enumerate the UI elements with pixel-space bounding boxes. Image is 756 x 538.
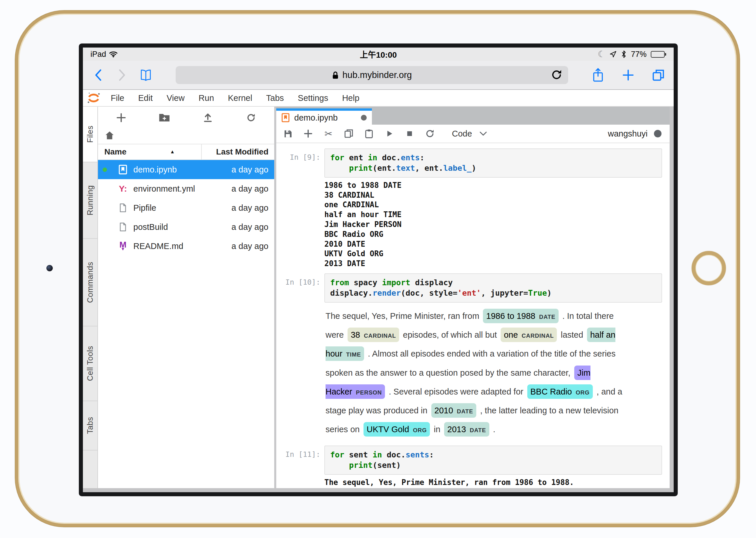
code-cell-3: In [11]:for sent in doc.sents: print(sen… — [276, 446, 662, 475]
menu-settings[interactable]: Settings — [291, 93, 335, 103]
upload-button[interactable] — [202, 112, 214, 124]
jupyterlab-app: FileEditViewRunKernelTabsSettingsHelp Fi… — [83, 90, 674, 492]
file-name: Pipfile — [133, 203, 207, 213]
new-launcher-button[interactable] — [115, 112, 127, 124]
code-token: ) — [472, 164, 476, 173]
code-token: in — [368, 153, 377, 162]
code-token: in — [372, 450, 382, 459]
file-list: demo.ipynba day agoY:environment.ymla da… — [98, 160, 274, 488]
file-name: demo.ipynb — [133, 165, 207, 175]
file-row-postbuild[interactable]: postBuilda day ago — [98, 217, 274, 237]
tab-title: demo.ipynb — [294, 113, 338, 123]
execution-prompt: In [9]: — [276, 148, 324, 178]
code-token: for — [330, 450, 345, 459]
paste-cells-button[interactable] — [363, 128, 375, 139]
sort-ascending-icon: ▲ — [170, 149, 175, 155]
entity-label: DATE — [539, 314, 555, 320]
tabs-overview-icon[interactable] — [652, 68, 665, 82]
refresh-file-list-button[interactable] — [245, 112, 257, 124]
file-modified: a day ago — [207, 203, 274, 213]
entity-label: PERSON — [356, 389, 382, 396]
forward-button[interactable] — [115, 68, 129, 82]
cell-type-dropdown[interactable]: Code — [452, 129, 487, 138]
stop-kernel-button[interactable] — [404, 128, 415, 139]
menu-edit[interactable]: Edit — [131, 93, 160, 103]
entity-label: CARDINAL — [522, 333, 554, 339]
jupyter-logo — [87, 91, 100, 105]
code-token: print — [349, 164, 372, 173]
code-token: ) — [547, 289, 552, 297]
entity-mark: 2013DATE — [444, 422, 489, 437]
menu-help[interactable]: Help — [335, 93, 366, 103]
address-bar[interactable]: hub.mybinder.org — [176, 66, 568, 84]
new-folder-button[interactable] — [159, 112, 170, 124]
sidebar-tab-running[interactable]: Running — [83, 162, 97, 239]
save-button[interactable] — [282, 128, 294, 139]
new-tab-plus-icon[interactable] — [621, 68, 635, 82]
lock-icon — [332, 71, 339, 80]
code-token: (ent. — [372, 164, 396, 173]
code-editor[interactable]: for ent in doc.ents: print(ent.text, ent… — [324, 148, 662, 178]
menu-kernel[interactable]: Kernel — [221, 93, 259, 103]
sidebar-tab-label: Running — [86, 185, 95, 215]
file-row-environment-yml[interactable]: Y:environment.ymla day ago — [98, 179, 274, 198]
unsaved-changes-dot — [361, 115, 367, 121]
window-bottom-edge — [83, 488, 674, 492]
code-editor[interactable]: for sent in doc.sents: print(sent) — [324, 446, 662, 475]
code-editor[interactable]: from spacy import displacy displacy.rend… — [324, 273, 662, 303]
jupyterlab-menubar: FileEditViewRunKernelTabsSettingsHelp — [83, 90, 674, 107]
entity-mark: 38CARDINAL — [348, 328, 399, 342]
code-token: import — [382, 278, 410, 287]
entity-mark: 2010DATE — [431, 403, 476, 418]
screenshot-stage: iPad 上午10:00 ☾ 77% — [0, 0, 756, 538]
sidebar-tab-cell-tools[interactable]: Cell Tools — [83, 326, 97, 401]
notebook-main-area: demo.ipynb ✂ — [276, 107, 674, 488]
menu-view[interactable]: View — [160, 93, 191, 103]
code-token: label_ — [443, 164, 472, 173]
notebook-file-icon — [117, 165, 129, 175]
restart-kernel-button[interactable] — [424, 128, 436, 139]
file-row-readme-md[interactable]: M▼README.mda day ago — [98, 237, 274, 256]
markdown-file-icon: M▼ — [117, 242, 129, 250]
entity-label: DATE — [470, 427, 486, 433]
tab-demo-ipynb[interactable]: demo.ipynb — [276, 108, 372, 125]
file-row-pipfile[interactable]: Pipfilea day ago — [98, 198, 274, 217]
ipad-screen: iPad 上午10:00 ☾ 77% — [79, 43, 678, 496]
sidebar-tab-tabs[interactable]: Tabs — [83, 401, 97, 451]
column-header-name[interactable]: Name ▲ — [98, 147, 201, 156]
code-token: from — [330, 278, 349, 287]
run-cell-button[interactable] — [384, 128, 395, 139]
copy-cells-button[interactable] — [343, 128, 354, 139]
code-token: (doc, style= — [401, 289, 458, 297]
menu-file[interactable]: File — [104, 93, 131, 103]
code-token: : — [420, 153, 424, 162]
column-header-last-modified[interactable]: Last Modified — [201, 144, 274, 159]
code-token: , jupyter= — [481, 289, 528, 297]
kernel-running-dot — [103, 168, 107, 172]
notebook-cells: In [9]:for ent in doc.ents: print(ent.te… — [276, 143, 670, 488]
bookmarks-icon[interactable] — [139, 68, 152, 82]
file-row-demo-ipynb[interactable]: demo.ipynba day ago — [98, 160, 274, 179]
code-token: text — [396, 164, 415, 173]
add-cell-button[interactable] — [302, 128, 314, 139]
cut-cells-button[interactable]: ✂ — [323, 128, 334, 139]
home-icon[interactable] — [104, 130, 115, 140]
cell-output-text: The sequel, Yes, Prime Minister, ran fro… — [324, 478, 661, 488]
code-token: displacy. — [330, 289, 372, 297]
file-file-icon — [117, 222, 129, 232]
code-token: print — [349, 460, 372, 470]
execution-prompt: In [11]: — [276, 446, 324, 475]
entity-label: CARDINAL — [364, 333, 396, 339]
share-icon[interactable] — [591, 68, 605, 82]
reload-icon[interactable] — [550, 68, 563, 81]
home-button[interactable] — [692, 251, 726, 285]
menu-tabs[interactable]: Tabs — [259, 93, 291, 103]
sidebar-tab-files[interactable]: Files — [83, 107, 97, 162]
code-token: spacy — [349, 278, 382, 287]
notebook-toolbar: ✂ — [276, 125, 670, 143]
code-token: ents — [401, 153, 420, 162]
menu-run[interactable]: Run — [191, 93, 221, 103]
code-token: render — [372, 289, 401, 297]
sidebar-tab-commands[interactable]: Commands — [83, 239, 97, 326]
back-button[interactable] — [91, 68, 105, 82]
